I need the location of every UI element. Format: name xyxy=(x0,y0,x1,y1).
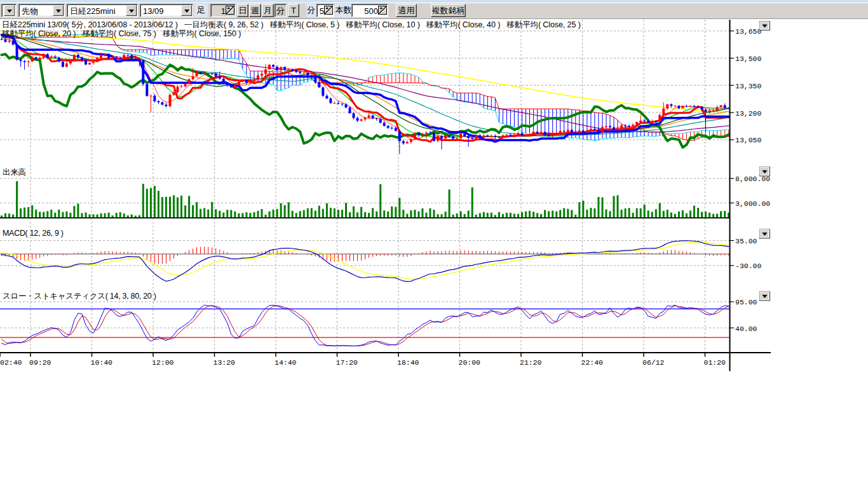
svg-text:18:40: 18:40 xyxy=(397,358,419,367)
svg-text:09:20: 09:20 xyxy=(29,358,51,367)
svg-text:13,350: 13,350 xyxy=(735,82,762,90)
svg-text:13,500: 13,500 xyxy=(735,55,762,63)
svg-text:21:20: 21:20 xyxy=(520,358,542,367)
svg-text:40.00: 40.00 xyxy=(735,325,757,333)
svg-text:10:40: 10:40 xyxy=(91,358,113,367)
svg-text:17:20: 17:20 xyxy=(336,358,358,367)
svg-text:3,000.00: 3,000.00 xyxy=(735,200,770,208)
svg-text:-30.00: -30.00 xyxy=(735,262,762,270)
svg-text:13,050: 13,050 xyxy=(735,136,762,144)
svg-text:95.00: 95.00 xyxy=(735,298,757,306)
svg-text:13,200: 13,200 xyxy=(735,109,762,118)
svg-text:22:40: 22:40 xyxy=(581,358,604,367)
svg-text:01:20: 01:20 xyxy=(704,358,726,367)
svg-text:20:00: 20:00 xyxy=(459,358,481,367)
svg-text:12:00: 12:00 xyxy=(152,358,174,367)
svg-text:02:40: 02:40 xyxy=(0,358,22,367)
svg-text:13:20: 13:20 xyxy=(214,358,236,367)
svg-text:06/12: 06/12 xyxy=(642,358,665,367)
svg-text:13,650: 13,650 xyxy=(735,27,762,36)
svg-text:35.00: 35.00 xyxy=(735,237,757,245)
svg-text:14:40: 14:40 xyxy=(275,358,297,367)
